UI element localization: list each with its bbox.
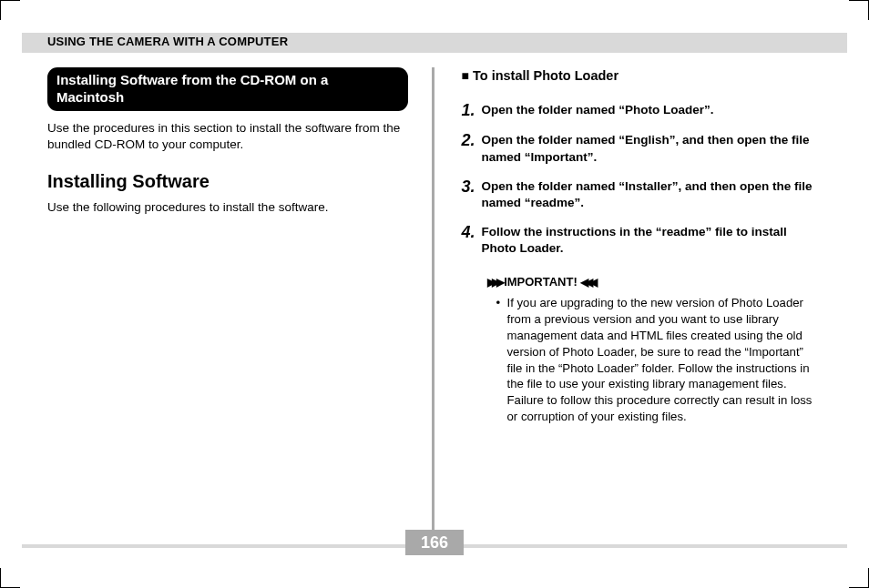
- important-label: IMPORTANT!: [504, 275, 578, 289]
- left-column: Installing Software from the CD-ROM on a…: [47, 67, 432, 537]
- step-number: 4.: [462, 224, 482, 257]
- important-bullet-text: If you are upgrading to the new version …: [507, 295, 823, 425]
- important-bullet: • If you are upgrading to the new versio…: [496, 295, 823, 425]
- crop-mark-bl: [0, 568, 20, 588]
- bullet-dot-icon: •: [496, 295, 507, 425]
- important-deco-right-icon: [580, 275, 594, 289]
- procedure-heading: ■ To install Photo Loader: [462, 67, 823, 86]
- manual-page: USING THE CAMERA WITH A COMPUTER Install…: [0, 0, 869, 588]
- crop-mark-tr: [849, 0, 869, 20]
- important-label-line: IMPORTANT!: [487, 274, 823, 290]
- step-item: 1. Open the folder named “Photo Loader”.: [462, 102, 823, 120]
- sub-paragraph: Use the following procedures to install …: [47, 199, 408, 216]
- step-item: 3. Open the folder named “Installer”, an…: [462, 178, 823, 211]
- boxed-heading: Installing Software from the CD-ROM on a…: [47, 67, 408, 111]
- step-number: 3.: [462, 178, 482, 211]
- right-column: ■ To install Photo Loader 1. Open the fo…: [434, 67, 823, 537]
- step-text: Follow the instructions in the “readme” …: [482, 224, 823, 257]
- intro-paragraph: Use the procedures in this section to in…: [47, 120, 408, 153]
- step-text: Open the folder named “Installer”, and t…: [482, 178, 823, 211]
- section-header: USING THE CAMERA WITH A COMPUTER: [47, 35, 288, 48]
- sub-heading: Installing Software: [47, 169, 408, 194]
- square-bullet-icon: ■: [462, 68, 469, 83]
- content-area: Installing Software from the CD-ROM on a…: [47, 67, 822, 537]
- procedure-heading-text: To install Photo Loader: [473, 68, 619, 83]
- crop-mark-tl: [0, 0, 20, 20]
- step-number: 2.: [462, 132, 482, 165]
- crop-mark-br: [849, 568, 869, 588]
- step-number: 1.: [462, 102, 482, 120]
- step-text: Open the folder named “Photo Loader”.: [482, 102, 714, 120]
- step-text: Open the folder named “English”, and the…: [482, 132, 823, 165]
- step-item: 2. Open the folder named “English”, and …: [462, 132, 823, 165]
- important-deco-left-icon: [487, 275, 501, 289]
- step-item: 4. Follow the instructions in the “readm…: [462, 224, 823, 257]
- step-list: 1. Open the folder named “Photo Loader”.…: [462, 102, 823, 258]
- page-number: 166: [405, 530, 464, 555]
